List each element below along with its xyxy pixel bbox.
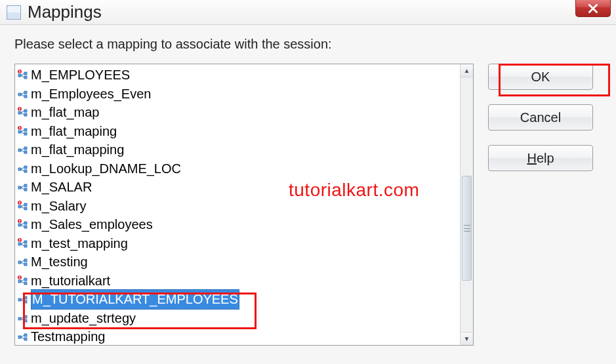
mapping-icon	[18, 182, 28, 192]
svg-line-47	[21, 205, 24, 207]
list-item-label: m_tutorialkart	[31, 272, 110, 291]
mapping-icon	[18, 107, 28, 117]
list-item[interactable]: m_Employees_Even	[16, 85, 459, 104]
list-item-label: m_Salary	[31, 197, 86, 216]
svg-rect-21	[18, 131, 21, 133]
svg-line-24	[21, 130, 24, 132]
list-item[interactable]: M_TUTORIALKART_EMPLOYEES	[16, 290, 459, 309]
list-item[interactable]: M_testing	[16, 253, 459, 272]
svg-line-32	[21, 148, 24, 150]
svg-rect-82	[24, 296, 27, 299]
list-item[interactable]: m_flat_maping	[16, 122, 459, 141]
svg-rect-54	[24, 226, 27, 228]
mapping-listbox[interactable]: M_EMPLOYEES m_Employees_Even m_flat_map …	[14, 64, 474, 346]
svg-rect-86	[18, 317, 21, 320]
scroll-thumb[interactable]	[462, 176, 472, 281]
scroll-up-arrow[interactable]: ▲	[461, 64, 473, 77]
svg-rect-80	[19, 278, 20, 279]
window-title: Mappings	[28, 2, 102, 22]
svg-rect-68	[18, 261, 21, 264]
svg-line-55	[21, 223, 24, 225]
scroll-down-arrow[interactable]: ▼	[461, 332, 473, 345]
svg-rect-45	[24, 203, 27, 206]
mapping-icon	[18, 275, 28, 286]
svg-line-4	[21, 75, 24, 77]
svg-rect-69	[24, 259, 27, 262]
list-item[interactable]: m_test_mapping	[16, 234, 459, 253]
svg-line-16	[21, 111, 24, 113]
svg-line-94	[21, 335, 24, 337]
svg-line-64	[21, 244, 24, 246]
svg-rect-10	[24, 95, 27, 98]
svg-line-63	[21, 242, 24, 244]
scrollbar[interactable]: ▲ ▼	[460, 64, 473, 345]
mapping-icon	[18, 294, 28, 304]
mapping-icon	[18, 89, 28, 99]
svg-line-71	[21, 260, 24, 262]
list-item-label: m_test_mapping	[31, 234, 128, 253]
svg-line-76	[21, 279, 24, 281]
list-item-label: m_Lookup_DNAME_LOC	[31, 159, 181, 178]
svg-rect-92	[24, 334, 27, 336]
svg-rect-83	[24, 300, 27, 303]
list-item[interactable]: m_tutorialkart	[16, 272, 459, 291]
mapping-icon	[18, 201, 28, 211]
help-button[interactable]: Help	[488, 145, 593, 171]
list-item-label: m_Employees_Even	[31, 85, 151, 104]
ok-button[interactable]: OK	[488, 64, 593, 90]
svg-rect-13	[18, 111, 21, 114]
svg-rect-79	[19, 276, 20, 278]
svg-rect-39	[18, 186, 21, 189]
svg-rect-73	[18, 280, 21, 283]
svg-line-37	[21, 167, 24, 169]
list-item-label: M_testing	[31, 253, 88, 272]
svg-rect-66	[19, 239, 20, 241]
svg-line-89	[21, 317, 24, 319]
list-item[interactable]: m_flat_mapping	[16, 140, 459, 159]
mapping-icon	[18, 313, 28, 323]
svg-line-77	[21, 281, 24, 283]
list-item[interactable]: m_Lookup_DNAME_LOC	[16, 159, 459, 178]
svg-rect-6	[19, 70, 20, 72]
svg-rect-1	[24, 72, 27, 75]
svg-rect-74	[24, 278, 27, 281]
svg-line-56	[21, 225, 24, 227]
svg-rect-7	[19, 72, 20, 73]
svg-rect-53	[24, 222, 27, 224]
list-item[interactable]: m_flat_map	[16, 103, 459, 122]
svg-rect-51	[19, 203, 20, 204]
close-button[interactable]	[575, 0, 611, 17]
svg-rect-29	[18, 149, 21, 152]
svg-rect-61	[24, 241, 27, 243]
cancel-button[interactable]: Cancel	[488, 104, 593, 131]
svg-rect-91	[18, 336, 21, 338]
list-item-label: m_update_strtegy	[31, 309, 136, 328]
svg-rect-87	[24, 315, 27, 318]
svg-line-48	[21, 207, 24, 209]
svg-rect-23	[24, 132, 27, 135]
svg-rect-28	[19, 129, 20, 129]
svg-rect-50	[19, 201, 20, 203]
svg-rect-81	[18, 298, 21, 301]
svg-line-12	[21, 94, 24, 96]
list-item[interactable]: M_EMPLOYEES	[16, 66, 459, 85]
mapping-icon	[18, 256, 28, 267]
mapping-icon	[18, 163, 28, 174]
svg-line-42	[21, 186, 24, 188]
svg-rect-19	[19, 108, 20, 110]
svg-rect-40	[24, 184, 27, 187]
svg-line-38	[21, 169, 24, 171]
svg-rect-44	[18, 205, 21, 208]
list-item[interactable]: m_update_strtegy	[16, 309, 459, 328]
list-item-label: M_SALAR	[31, 178, 92, 197]
list-item[interactable]: m_Sales_employees	[16, 215, 459, 234]
svg-rect-60	[18, 243, 21, 245]
list-item[interactable]: M_SALAR	[16, 178, 459, 197]
svg-rect-34	[18, 168, 21, 171]
list-item[interactable]: Testmapping	[16, 327, 459, 345]
svg-rect-14	[24, 110, 27, 112]
svg-line-25	[21, 132, 24, 134]
svg-line-90	[21, 319, 24, 321]
mapping-icon	[18, 219, 28, 230]
list-item[interactable]: m_Salary	[16, 197, 459, 216]
